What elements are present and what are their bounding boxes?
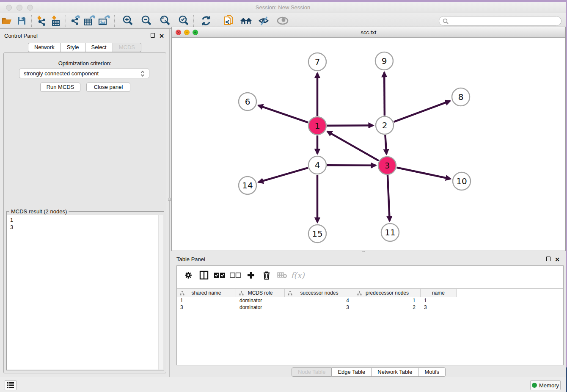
node-6[interactable]: 6 (239, 93, 256, 110)
column-header-MCDS-role[interactable]: MCDS role (236, 289, 285, 297)
column-visibility-button[interactable] (196, 268, 212, 283)
float-panel-icon[interactable] (151, 33, 155, 39)
node-14[interactable]: 14 (239, 177, 256, 194)
zoom-fit-button[interactable] (158, 14, 172, 28)
two-houses-icon (239, 16, 253, 26)
search-box[interactable] (439, 16, 561, 26)
cell-successor_nodes[interactable]: 3 (285, 304, 354, 311)
app-window: Session: New Session (0, 2, 566, 392)
delete-table-button[interactable] (274, 268, 290, 283)
node-1[interactable]: 1 (308, 117, 326, 135)
cell-name[interactable]: 1 (421, 297, 457, 304)
node-15[interactable]: 15 (308, 225, 326, 243)
node-label: 9 (382, 56, 387, 66)
node-11[interactable]: 11 (381, 224, 399, 241)
edge-1-2[interactable] (327, 125, 373, 126)
export-table-icon (83, 15, 97, 27)
edge-2-8[interactable] (394, 101, 450, 122)
table-row[interactable]: 3dominator323 (177, 304, 563, 311)
network-canvas[interactable]: 7968124314101511 (172, 38, 565, 251)
mcds-scrollbar[interactable] (158, 215, 163, 370)
node-8[interactable]: 8 (452, 88, 470, 106)
cell-predecessor_nodes[interactable]: 1 (354, 297, 421, 304)
edge-4-14[interactable] (259, 168, 308, 182)
tab-network[interactable]: Network (28, 43, 61, 52)
edge-2-3[interactable] (385, 135, 386, 154)
clone-network-button[interactable] (221, 14, 236, 28)
edge-3-1[interactable] (327, 131, 379, 160)
node-4[interactable]: 4 (308, 156, 326, 174)
run-mcds-button[interactable]: Run MCDS (40, 83, 80, 92)
table-row[interactable]: 1dominator411 (177, 297, 563, 304)
refresh-layout-button[interactable] (199, 14, 213, 28)
cell-predecessor_nodes[interactable]: 2 (354, 304, 421, 311)
import-network-button[interactable] (34, 14, 49, 28)
hide-selected-button[interactable] (257, 14, 271, 28)
export-image-button[interactable] (97, 14, 112, 28)
open-session-button[interactable] (0, 14, 14, 28)
column-header-shared-name[interactable]: shared name (177, 289, 236, 297)
status-bar: Memory (0, 377, 566, 392)
trash-icon (262, 271, 271, 280)
node-label: 8 (458, 92, 464, 102)
task-history-button[interactable] (5, 380, 17, 390)
add-column-button[interactable] (243, 268, 259, 283)
node-3[interactable]: 3 (378, 157, 396, 174)
table-float-panel-icon[interactable] (546, 256, 550, 262)
delete-column-button[interactable] (259, 268, 274, 283)
node-2[interactable]: 2 (376, 116, 394, 134)
import-table-button[interactable] (49, 14, 63, 28)
cell-name[interactable]: 3 (421, 304, 457, 311)
save-session-button[interactable] (14, 14, 29, 28)
export-network-button[interactable] (69, 14, 83, 28)
column-header-name[interactable]: name (421, 289, 457, 297)
column-header-successor-nodes[interactable]: successor nodes (285, 289, 354, 297)
export-table-button[interactable] (83, 14, 97, 28)
column-header-label: predecessor nodes (366, 290, 409, 296)
tab-network-table[interactable]: Network Table (372, 367, 418, 377)
edge-3-11[interactable] (388, 175, 390, 221)
select-all-button[interactable] (212, 268, 227, 283)
node-10[interactable]: 10 (453, 172, 471, 190)
column-header-label: MCDS role (248, 290, 273, 296)
tab-mcds[interactable]: MCDS (113, 43, 141, 52)
tab-select[interactable]: Select (85, 43, 113, 52)
close-panel-button[interactable]: Close panel (86, 83, 130, 92)
table-toolbar: f(x) (177, 266, 563, 284)
zoom-in-button[interactable] (121, 14, 135, 28)
table-options-button[interactable] (180, 268, 196, 283)
cell-mcds_role[interactable]: dominator (236, 297, 285, 304)
tab-node-table[interactable]: Node Table (292, 367, 332, 377)
deselect-all-button[interactable] (227, 268, 243, 283)
close-panel-icon[interactable]: ✕ (159, 33, 164, 39)
vertical-splitter-handle[interactable] (168, 198, 171, 201)
cell-successor_nodes[interactable]: 4 (285, 297, 354, 304)
zoom-out-button[interactable] (139, 14, 154, 28)
mcds-result-lines: 1 3 (10, 216, 13, 231)
cell-shared_name[interactable]: 1 (177, 297, 236, 304)
show-all-button[interactable] (275, 14, 290, 28)
table-close-panel-icon[interactable]: ✕ (555, 256, 560, 263)
edge-1-6[interactable] (259, 105, 308, 123)
column-header-predecessor-nodes[interactable]: predecessor nodes (354, 289, 421, 297)
cell-mcds_role[interactable]: dominator (236, 304, 285, 311)
edge-2-9[interactable] (384, 72, 385, 116)
tab-motifs[interactable]: Motifs (418, 367, 446, 377)
mcds-result-textarea[interactable]: 1 3 (7, 215, 163, 370)
zoom-selected-button[interactable] (176, 14, 191, 28)
criterion-select[interactable]: strongly connected component (19, 69, 149, 78)
cell-shared_name[interactable]: 3 (177, 304, 236, 311)
node-7[interactable]: 7 (308, 53, 326, 71)
edge-4-3[interactable] (327, 165, 376, 166)
tab-edge-table[interactable]: Edge Table (332, 367, 372, 377)
unchecked-boxes-icon (230, 272, 241, 278)
checked-boxes-icon (214, 272, 225, 278)
first-neighbors-button[interactable] (239, 14, 253, 28)
table-panel: Table Panel ✕ (171, 252, 566, 379)
edge-3-10[interactable] (397, 168, 451, 179)
apply-function-button[interactable]: f(x) (290, 268, 306, 283)
search-input[interactable] (449, 17, 561, 25)
tab-style[interactable]: Style (61, 43, 85, 52)
node-9[interactable]: 9 (375, 52, 393, 70)
memory-button[interactable]: Memory (530, 380, 561, 390)
